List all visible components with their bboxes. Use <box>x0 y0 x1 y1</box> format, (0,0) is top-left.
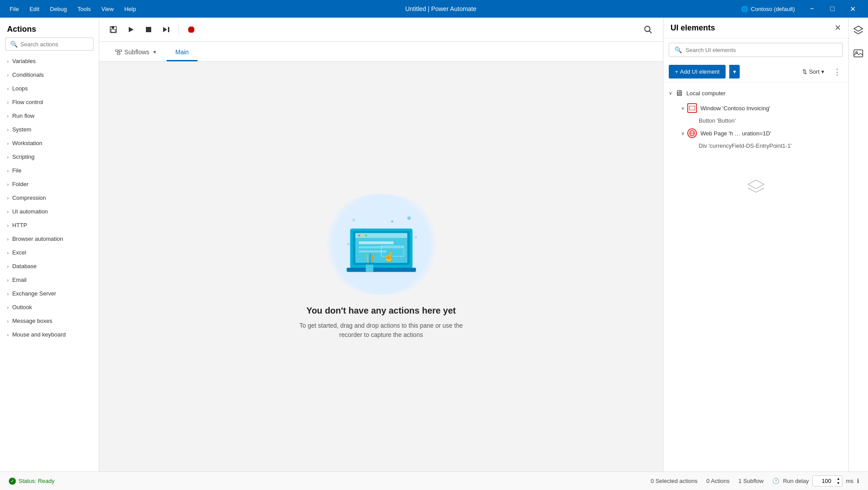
next-step-button[interactable] <box>159 22 173 37</box>
tab-subflows[interactable]: Subflows ▾ <box>106 44 165 61</box>
record-button[interactable]: ⏺ <box>184 22 198 37</box>
search-icon: 🔍 <box>674 46 682 53</box>
svg-point-27 <box>358 235 360 237</box>
menu-file[interactable]: File <box>5 4 23 14</box>
action-item-browser-automation[interactable]: › Browser automation <box>0 232 99 246</box>
empty-title: You don't have any actions here yet <box>293 306 469 316</box>
action-item-run-flow[interactable]: › Run flow <box>0 109 99 123</box>
action-label: System <box>12 126 31 133</box>
action-item-file[interactable]: › File <box>0 164 99 177</box>
play-button[interactable] <box>124 22 138 37</box>
action-item-exchange[interactable]: › Exchange Server <box>0 287 99 300</box>
action-item-variables[interactable]: › Variables <box>0 54 99 68</box>
delay-decrement-button[interactable]: ▼ <box>835 481 842 486</box>
chevron-icon: › <box>7 305 9 310</box>
svg-rect-6 <box>168 27 169 32</box>
menu-edit[interactable]: Edit <box>25 4 44 14</box>
action-label: Exchange Server <box>12 290 56 297</box>
action-item-http[interactable]: › HTTP <box>0 218 99 232</box>
chevron-icon: › <box>7 291 9 296</box>
sort-button[interactable]: ⇅ Sort ▾ <box>799 66 828 78</box>
status-text: Status: Ready <box>19 478 55 484</box>
run-delay-input[interactable] <box>813 476 835 486</box>
stop-button[interactable] <box>142 22 156 37</box>
window-icon <box>687 103 697 113</box>
action-item-loops[interactable]: › Loops <box>0 82 99 95</box>
action-item-folder[interactable]: › Folder <box>0 177 99 191</box>
action-label: Scripting <box>12 153 35 160</box>
action-item-excel[interactable]: › Excel <box>0 246 99 259</box>
search-ui-elements-input[interactable] <box>685 47 837 53</box>
subflows-dropdown-icon[interactable]: ▾ <box>153 49 156 55</box>
chevron-icon: › <box>7 264 9 269</box>
save-button[interactable] <box>106 22 120 37</box>
chevron-icon: › <box>7 86 9 91</box>
more-options-button[interactable]: ⋮ <box>831 65 843 79</box>
action-item-outlook[interactable]: › Outlook <box>0 300 99 314</box>
ui-elements-toolbar: + Add UI element ▾ ⇅ Sort ▾ ⋮ <box>663 61 848 82</box>
tree-subgroup-webpage: ∨ Web Page 'h … uration=1D' Div 'currenc… <box>663 126 848 151</box>
action-item-database[interactable]: › Database <box>0 259 99 273</box>
close-button[interactable]: ✕ <box>842 0 863 18</box>
tree-item-webpage[interactable]: ∨ Web Page 'h … uration=1D' <box>676 126 848 141</box>
info-icon[interactable]: ℹ <box>857 478 859 484</box>
menu-debug[interactable]: Debug <box>45 4 71 14</box>
menu-help[interactable]: Help <box>120 4 141 14</box>
action-item-message-boxes[interactable]: › Message boxes <box>0 314 99 328</box>
menu-tools[interactable]: Tools <box>73 4 95 14</box>
flow-canvas[interactable]: ✦ ✦ ✦ <box>99 62 663 471</box>
action-label: Folder <box>12 181 29 187</box>
svg-rect-2 <box>111 30 115 32</box>
subflows-tab-label: Subflows <box>124 49 149 56</box>
statusbar: Status: Ready 0 Selected actions 0 Actio… <box>0 471 868 490</box>
svg-point-16 <box>414 236 417 239</box>
action-label: File <box>12 167 22 174</box>
search-actions-input[interactable] <box>20 41 94 48</box>
action-item-system[interactable]: › System <box>0 123 99 136</box>
actions-count: 0 Actions <box>706 478 730 484</box>
delay-increment-button[interactable]: ▲ <box>835 477 842 481</box>
window-item-label: Window 'Contoso Invoicing' <box>700 105 770 112</box>
action-item-email[interactable]: › Email <box>0 273 99 287</box>
layers-icon[interactable] <box>851 23 866 39</box>
add-ui-element-button[interactable]: + Add UI element <box>669 65 726 79</box>
ui-elements-search-box[interactable]: 🔍 <box>669 43 843 57</box>
action-label: Flow control <box>12 99 43 105</box>
chevron-icon: › <box>7 209 9 214</box>
statusbar-right: 0 Selected actions 0 Actions 1 Subflow 🕐… <box>651 475 859 486</box>
action-item-conditionals[interactable]: › Conditionals <box>0 68 99 82</box>
menu-view[interactable]: View <box>97 4 118 14</box>
tree-item-local-computer[interactable]: ∨ 🖥 Local computer <box>663 86 848 101</box>
ui-elements-close-button[interactable]: ✕ <box>834 23 841 33</box>
tab-main[interactable]: Main <box>167 44 197 61</box>
add-ui-element-label: Add UI element <box>680 68 720 75</box>
status-ready: Status: Ready <box>9 478 55 485</box>
chevron-icon: › <box>7 100 9 105</box>
action-item-ui-automation[interactable]: › UI automation <box>0 205 99 218</box>
svg-text:☝: ☝ <box>383 251 395 262</box>
image-icon[interactable] <box>851 46 866 63</box>
sort-label: Sort <box>809 68 820 75</box>
ui-elements-title: UI elements <box>671 23 834 33</box>
actions-search-box[interactable]: 🔍 <box>5 37 93 51</box>
computer-icon: 🖥 <box>675 89 683 98</box>
add-ui-element-dropdown[interactable]: ▾ <box>729 65 740 79</box>
tree-item-window[interactable]: ∨ Window 'Contoso Invoicing' <box>676 101 848 116</box>
action-item-compression[interactable]: › Compression <box>0 191 99 205</box>
action-label: Database <box>12 263 37 269</box>
action-item-scripting[interactable]: › Scripting <box>0 150 99 164</box>
minimize-button[interactable]: − <box>802 0 822 18</box>
action-item-workstation[interactable]: › Workstation <box>0 136 99 150</box>
tree-child-button[interactable]: Button 'Button' <box>676 116 848 126</box>
action-label: Mouse and keyboard <box>12 331 66 338</box>
status-dot <box>9 478 16 485</box>
chevron-icon: › <box>7 168 9 173</box>
tree-child-div[interactable]: Div 'currencyField-DS-EntryPoint1-1' <box>676 141 848 151</box>
action-label: Outlook <box>12 304 32 310</box>
action-item-mouse-keyboard[interactable]: › Mouse and keyboard <box>0 328 99 341</box>
search-button[interactable] <box>640 22 656 37</box>
user-account[interactable]: 🌐 Contoso (default) <box>741 6 795 12</box>
chevron-icon: › <box>7 223 9 228</box>
maximize-button[interactable]: □ <box>822 0 842 18</box>
action-item-flow-control[interactable]: › Flow control <box>0 95 99 109</box>
